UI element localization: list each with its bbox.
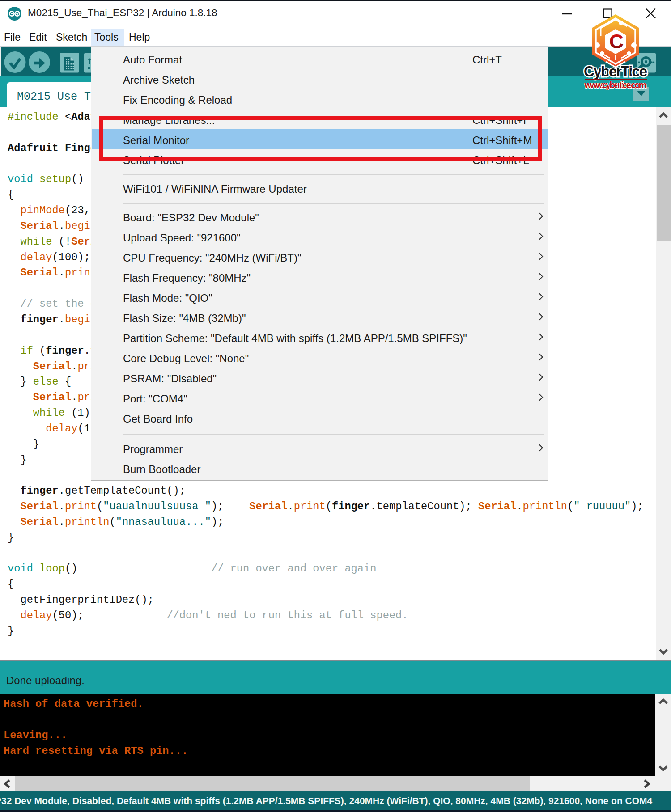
svg-text:CyberTice: CyberTice bbox=[584, 63, 647, 80]
svg-text:C: C bbox=[609, 30, 624, 53]
svg-text:www.cybertice.com: www.cybertice.com bbox=[584, 80, 647, 90]
